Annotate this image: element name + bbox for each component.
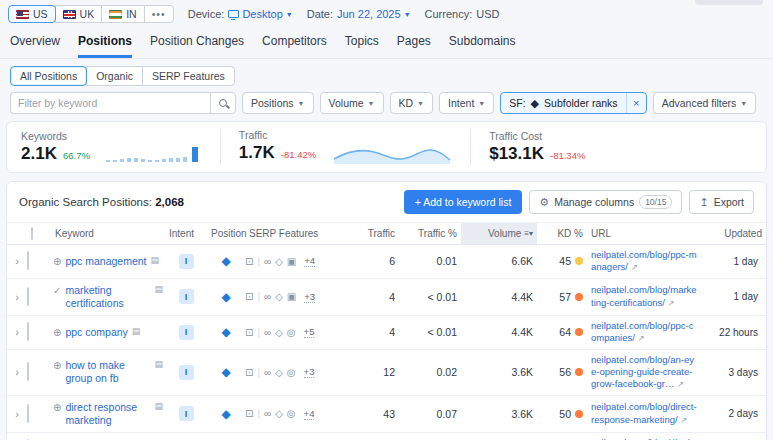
date-selector[interactable]: Date: Jun 22, 2025 ▼ xyxy=(307,8,411,20)
subfolder-ranks-filter-chip[interactable]: SF: ◆ Subfolder ranks × xyxy=(500,92,646,114)
more-countries-button[interactable]: ••• xyxy=(144,5,174,23)
tab-pages[interactable]: Pages xyxy=(397,34,431,58)
expand-row-icon[interactable]: › xyxy=(7,408,27,420)
country-label: IN xyxy=(126,8,137,20)
table-row[interactable]: › ⊕ how to make group on fb ▤ I ◆ ⊡ | ∞◇… xyxy=(7,350,766,396)
url-link[interactable]: neilpatel.com/blog/marketing-certificati… xyxy=(591,284,697,307)
export-button[interactable]: ↥ Export xyxy=(689,190,754,214)
tab-position-changes[interactable]: Position Changes xyxy=(150,34,244,58)
link-serp-icon: ∞ xyxy=(264,256,271,267)
kd-value: 64 xyxy=(559,326,571,338)
more-serp-features-link[interactable]: +4 xyxy=(304,255,315,267)
search-button[interactable] xyxy=(210,92,236,114)
more-serp-features-link[interactable]: +3 xyxy=(304,366,315,378)
positions-filter-dropdown[interactable]: Positions ▼ xyxy=(242,92,314,114)
row-checkbox[interactable] xyxy=(27,362,29,381)
external-link-icon[interactable]: ↗ xyxy=(680,415,687,425)
serp-snapshot-icon[interactable]: ▤ xyxy=(154,359,163,369)
expand-row-icon[interactable]: › xyxy=(7,255,27,267)
metric-label: Traffic xyxy=(239,129,452,141)
expand-row-icon[interactable]: › xyxy=(7,291,27,303)
select-all-checkbox[interactable] xyxy=(31,227,33,240)
serp-snapshot-icon[interactable]: ▤ xyxy=(154,284,163,294)
traffic-pct-value: < 0.01 xyxy=(399,291,461,303)
tab-topics[interactable]: Topics xyxy=(345,34,379,58)
external-link-icon[interactable]: ↗ xyxy=(668,298,675,308)
keyword-link[interactable]: marketing certifications xyxy=(65,284,150,310)
keyword-filter-input[interactable] xyxy=(10,92,210,114)
serp-snapshot-icon[interactable]: ▤ xyxy=(151,255,160,265)
table-row[interactable]: › ⊕ for you page ▤ I ◆ ⊡ | ◇★▣ +3 3 < 0.… xyxy=(7,433,766,440)
col-traffic-pct[interactable]: Traffic % xyxy=(399,223,461,244)
add-keyword-icon[interactable]: ⊕ xyxy=(53,255,61,268)
external-link-icon[interactable]: ↗ xyxy=(631,262,638,272)
country-tab-uk[interactable]: UK xyxy=(55,5,103,23)
table-row[interactable]: › ⊕ ppc management ▤ I ◆ ⊡ | ∞◇▣ +4 6 0.… xyxy=(7,245,766,279)
export-icon: ↥ xyxy=(699,196,708,209)
external-link-icon[interactable]: ↗ xyxy=(677,379,684,389)
col-updated[interactable]: Updated xyxy=(701,223,766,244)
row-checkbox[interactable] xyxy=(27,251,29,270)
table-row[interactable]: › ✓ marketing certifications ▤ I ◆ ⊡ | ∞… xyxy=(7,279,766,316)
diamond-serp-icon: ◇ xyxy=(275,327,283,338)
external-link-icon[interactable]: ↗ xyxy=(637,333,644,343)
expand-row-icon[interactable]: › xyxy=(7,326,27,338)
positions-table-card: Organic Search Positions: 2,068 + Add to… xyxy=(6,181,767,440)
date-label: Date: xyxy=(307,8,333,20)
table-row[interactable]: › ⊕ ppc company ▤ I ◆ ⊡ | ∞◇◎ +5 4 < 0.0… xyxy=(7,316,766,350)
country-tab-in[interactable]: IN xyxy=(101,5,145,23)
col-intent[interactable]: Intent xyxy=(165,223,207,244)
manage-columns-button[interactable]: ⚙ Manage columns 10/15 xyxy=(529,190,682,214)
kd-filter-dropdown[interactable]: KD ▼ xyxy=(390,92,434,114)
expand-row-icon[interactable]: › xyxy=(7,366,27,378)
row-checkbox[interactable] xyxy=(27,404,29,423)
advanced-filters-dropdown[interactable]: Advanced filters ▼ xyxy=(653,92,757,114)
table-row[interactable]: › ⊕ direct response marketing ▤ I ◆ ⊡ | … xyxy=(7,396,766,433)
device-selector[interactable]: Device: Desktop ▼ xyxy=(188,8,293,20)
traffic-cost-value: $13.1K xyxy=(489,144,544,164)
keyword-link[interactable]: ppc management xyxy=(65,255,146,268)
keywords-sparkline xyxy=(106,145,202,163)
divider: | xyxy=(257,367,260,378)
row-checkbox[interactable] xyxy=(27,287,29,306)
segment-organic[interactable]: Organic xyxy=(86,66,143,86)
tab-subdomains[interactable]: Subdomains xyxy=(449,34,516,58)
col-keyword[interactable]: Keyword xyxy=(51,223,165,244)
col-serp-features[interactable]: SERP Features xyxy=(245,223,347,244)
row-checkbox[interactable] xyxy=(27,322,29,341)
summary-metrics: Keywords 2.1K 66.7% Traff xyxy=(6,121,767,173)
add-to-keyword-list-button[interactable]: + Add to keyword list xyxy=(404,190,523,214)
traffic-cost-metric: Traffic Cost $13.1K -81.34% xyxy=(470,129,603,165)
add-keyword-icon[interactable]: ✓ xyxy=(53,284,61,297)
add-keyword-icon[interactable]: ⊕ xyxy=(53,401,61,414)
column-headers: Keyword Intent Position SERP Features Tr… xyxy=(7,222,766,245)
segment-serp-features[interactable]: SERP Features xyxy=(142,66,235,86)
keyword-link[interactable]: how to make group on fb xyxy=(65,359,150,385)
add-keyword-icon[interactable]: ⊕ xyxy=(53,359,61,372)
more-serp-features-link[interactable]: +5 xyxy=(304,326,315,338)
volume-filter-dropdown[interactable]: Volume ▼ xyxy=(320,92,384,114)
url-link[interactable]: neilpatel.com/blog/ppc-managers/ xyxy=(591,249,697,272)
tab-competitors[interactable]: Competitors xyxy=(262,34,327,58)
col-url[interactable]: URL xyxy=(587,223,701,244)
keyword-link[interactable]: ppc company xyxy=(65,326,127,339)
country-tab-us[interactable]: US xyxy=(8,5,56,23)
keyword-link[interactable]: direct response marketing xyxy=(65,401,150,427)
more-serp-features-link[interactable]: +4 xyxy=(304,408,315,420)
tab-overview[interactable]: Overview xyxy=(10,34,60,58)
tab-positions[interactable]: Positions xyxy=(78,34,132,58)
serp-snapshot-icon[interactable]: ▤ xyxy=(154,401,163,411)
more-serp-features-link[interactable]: +3 xyxy=(304,291,315,303)
segment-all-positions[interactable]: All Positions xyxy=(10,66,87,86)
keywords-metric: Keywords 2.1K 66.7% xyxy=(21,129,220,165)
col-volume-sorted[interactable]: Volume≡▾ xyxy=(461,223,537,244)
metric-label: Traffic Cost xyxy=(489,130,585,142)
keywords-change: 66.7% xyxy=(63,150,90,161)
remove-filter-icon[interactable]: × xyxy=(626,93,646,113)
add-keyword-icon[interactable]: ⊕ xyxy=(53,326,61,339)
serp-snapshot-icon[interactable]: ▤ xyxy=(132,326,141,336)
col-traffic[interactable]: Traffic xyxy=(347,223,399,244)
intent-filter-dropdown[interactable]: Intent ▼ xyxy=(439,92,494,114)
col-position[interactable]: Position xyxy=(207,223,245,244)
col-kd[interactable]: KD % xyxy=(537,223,587,244)
